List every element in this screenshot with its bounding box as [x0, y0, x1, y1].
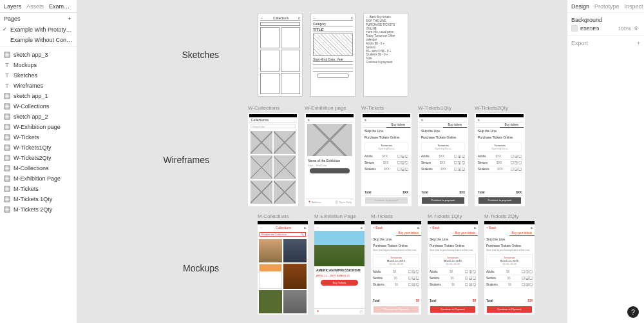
svg-rect-10: [5, 104, 10, 109]
help-button[interactable]: ?: [627, 306, 639, 318]
color-opacity[interactable]: 100%: [618, 26, 631, 32]
mockup-artboard[interactable]: < Back≡Buy your ticketsSkip the Line.Pur…: [428, 221, 478, 315]
add-page-icon[interactable]: +: [66, 15, 73, 22]
category: Category: [313, 22, 353, 26]
background-label: Background: [571, 17, 640, 23]
sketch-app-2[interactable]: ←≡ Category TITLE Start–End Date, Year: [310, 13, 355, 97]
layer-label: Mockups: [14, 62, 37, 68]
layer-item[interactable]: W-Exhibition page: [0, 122, 77, 132]
text-icon: T: [4, 62, 10, 68]
color-hex[interactable]: E5E5E5: [580, 26, 599, 32]
layer-item[interactable]: M-Tickets: [0, 184, 77, 194]
frame-icon: [4, 196, 10, 202]
layer-label: sketch app_3: [14, 52, 48, 58]
layer-label: Wireframes: [14, 83, 43, 89]
buy-button: [317, 73, 349, 78]
layer-label: M-Tickets: [14, 186, 39, 192]
export-section: Export +: [567, 36, 644, 50]
wireframe-artboard[interactable]: ≡Buy ticketsSkip the Line.Purchase Ticke…: [361, 113, 412, 206]
layer-item[interactable]: W-Collections: [0, 101, 77, 112]
page-item[interactable]: Example With Prototype Conne…: [0, 24, 77, 35]
tab-design[interactable]: Design: [571, 3, 589, 10]
sketches-label: Sketches: [167, 50, 219, 60]
tab-file[interactable]: Example With …: [49, 3, 73, 10]
mockup-artboard[interactable]: < Back≡Buy your ticketsSkip the Line.Pur…: [371, 221, 421, 315]
mockups-row: M-Collections←Collections≡Explore the Co…: [258, 221, 535, 315]
wireframe-artboard[interactable]: Collections≡Search bar: [248, 113, 298, 206]
canvas[interactable]: Sketches ←Collections≡ ←≡ Category TITLE…: [77, 0, 567, 323]
layer-label: W-Tickets: [14, 134, 39, 141]
wireframe-artboard[interactable]: ≡Name of the ExhibitionStart – End Date📍…: [305, 113, 355, 206]
layer-label: sketch app_2: [14, 113, 48, 120]
tab-assets[interactable]: Assets: [26, 3, 44, 10]
artboard-label: W-Collections: [248, 105, 279, 111]
tab-layers[interactable]: Layers: [4, 3, 21, 10]
layer-item[interactable]: M-Exhibition Page: [0, 173, 77, 184]
frame-icon: [4, 186, 10, 192]
layer-item[interactable]: sketch app_3: [0, 50, 77, 60]
artboard-label: M-Tickets: [371, 213, 393, 219]
wireframe-artboard[interactable]: ≡Buy ticketsSkip the Line.Purchase Ticke…: [418, 113, 468, 206]
background-color-row[interactable]: E5E5E5 100% 👁: [571, 25, 640, 32]
search-bar: [260, 22, 300, 26]
tab-prototype[interactable]: Prototype: [594, 3, 620, 10]
layer-label: Sketches: [14, 72, 37, 79]
handwritten-content: ← Back Buy ticketsSKIP THE LINE.PURCHASE…: [366, 15, 406, 64]
sketch-app-3[interactable]: ← Back Buy ticketsSKIP THE LINE.PURCHASE…: [363, 13, 408, 97]
text-icon: T: [4, 83, 10, 89]
page-item[interactable]: Example Without Connection: [0, 35, 77, 45]
layer-item[interactable]: W-Tickets: [0, 132, 77, 142]
mockups-label: Mockups: [167, 263, 219, 273]
artboard-label: M-Tickets 1Qty: [428, 213, 462, 219]
svg-rect-5: [5, 93, 10, 99]
frame-icon: [4, 144, 10, 151]
dates: Start–End Date, Year: [313, 57, 353, 62]
svg-rect-50: [5, 186, 10, 191]
layer-item[interactable]: M-Tickets 1Qty: [0, 194, 77, 204]
back-icon: ←: [260, 16, 263, 20]
text-icon: T: [4, 72, 10, 79]
pages-label: Pages: [4, 15, 21, 22]
title: TITLE: [313, 28, 353, 32]
layer-item[interactable]: M-Collections: [0, 163, 77, 173]
mockup-artboard[interactable]: ←≡AMERICAN IMPRESSIONISMAPRIL 15 – SEPTE…: [314, 221, 365, 315]
layer-label: M-Tickets 2Qty: [14, 206, 52, 213]
mockup-artboard[interactable]: ←Collections≡Explore the Collection🔍: [258, 221, 308, 315]
sketch-app-1[interactable]: ←Collections≡: [258, 13, 303, 97]
mockup-artboard[interactable]: < Back≡Buy your ticketsSkip the Line.Pur…: [484, 221, 535, 315]
svg-rect-25: [5, 135, 10, 140]
layer-item[interactable]: TMockups: [0, 60, 77, 70]
layer-label: W-Tickets2Qty: [14, 155, 52, 161]
svg-rect-30: [5, 145, 10, 150]
color-swatch[interactable]: [571, 25, 578, 32]
layer-label: M-Tickets 1Qty: [14, 196, 52, 202]
artboard-label: M-Exhibition Page: [314, 213, 356, 219]
layer-item[interactable]: W-Tickets1Qty: [0, 142, 77, 153]
svg-rect-20: [5, 124, 10, 130]
layer-label: W-Tickets1Qty: [14, 144, 52, 151]
section-wireframes: Wireframes W-CollectionsCollections≡Sear…: [158, 113, 525, 206]
background-section: Background E5E5E5 100% 👁: [567, 13, 644, 36]
svg-rect-60: [5, 207, 10, 212]
layer-item[interactable]: sketch app_2: [0, 112, 77, 122]
wireframes-label: Wireframes: [158, 155, 209, 165]
frame-icon: [4, 134, 10, 141]
frame-icon: [4, 52, 10, 58]
layer-item[interactable]: TSketches: [0, 70, 77, 81]
frame-icon: [4, 113, 10, 120]
wireframe-artboard[interactable]: ≡Buy ticketsSkip the Line.Purchase Ticke…: [475, 113, 525, 206]
layer-item[interactable]: W-Tickets2Qty: [0, 153, 77, 163]
layer-item[interactable]: sketch app_1: [0, 91, 77, 101]
frame-icon: [4, 165, 10, 171]
visibility-icon[interactable]: 👁: [634, 26, 640, 32]
layer-item[interactable]: TWireframes: [0, 81, 77, 91]
layer-label: W-Exhibition page: [14, 124, 61, 130]
layer-item[interactable]: M-Tickets 2Qty: [0, 204, 77, 215]
svg-rect-0: [5, 52, 10, 57]
tab-inspect[interactable]: Inspect: [625, 3, 643, 10]
frame-icon: [4, 103, 10, 110]
frame-icon: [4, 93, 10, 99]
title: Collections: [273, 16, 289, 20]
add-export-icon[interactable]: +: [637, 40, 640, 46]
frame-icon: [4, 155, 10, 161]
